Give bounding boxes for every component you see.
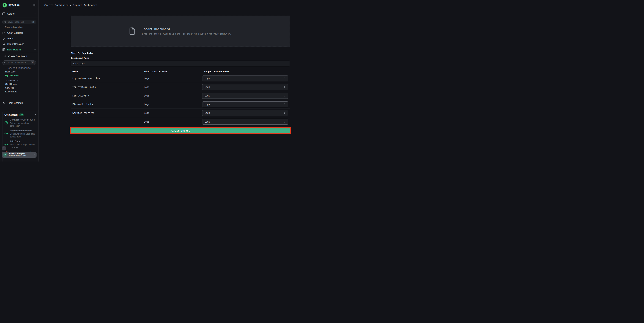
logo[interactable]: HyperDX [0,0,38,10]
column-header-mapped-source: Mapped Source Name [202,70,290,73]
sidebar-item-chart-explorer[interactable]: Chart Explorer [0,30,38,36]
import-dashboard-content: Import Dashboard Drag and drop a JSON fi… [71,16,290,134]
gear-icon [2,102,5,104]
breadcrumb-current: Import Dashboard [73,4,97,7]
get-started-item-connect[interactable]: Connect to ClickHouse Set up your databa… [4,118,36,127]
tile-name: Service restarts [71,112,142,114]
column-header-name: Name [71,70,142,73]
click-target-annotation: Finish Import [70,127,291,134]
sidebar-search-label: Search [7,12,15,15]
select-updown-icon [284,86,286,88]
check-circle-icon [4,121,8,125]
laptop-icon [2,43,5,45]
task-title: Create Data Sources [10,129,36,132]
mapped-source-select[interactable]: Logs [202,93,288,99]
check-circle-icon [4,132,8,135]
select-value: Logs [204,86,284,88]
sidebar-item-client-sessions[interactable]: Client Sessions [0,41,38,47]
chevron-up-icon [34,13,36,15]
input-source-name: Logs [142,86,202,88]
saved-searches-input[interactable]: Saved Searches ⌘K [2,20,36,24]
topbar: Create Dashboard>Import Dashboard [38,0,322,10]
sidebar-item-alerts[interactable]: Alerts [0,36,38,41]
input-source-name: Logs [142,120,202,123]
nav-label: Chart Explorer [7,32,23,34]
column-header-input-source: Input Source Name [142,70,202,73]
user-email: dominic.tran@clickho... [8,155,32,157]
select-updown-icon [284,120,286,123]
mapped-source-select[interactable]: Logs [202,84,288,90]
user-name: dominic.tran@clic... [8,153,32,155]
chevron-down-icon [5,80,7,81]
saved-dashboards-section-header[interactable]: SAVED DASHBOARDS [5,66,36,70]
dashboard-name-input[interactable] [71,61,290,66]
sidebar-item-my-dashboard[interactable]: My Dashboard [0,74,38,78]
search-journal-icon [2,12,5,15]
dashboard-name-label: Dashboard Name [71,57,290,59]
dropzone-title: Import Dashboard [142,28,231,31]
step-title: Step 2: Map Data [71,52,290,55]
table-row: Top systemd units Logs Logs [71,83,290,91]
select-updown-icon [284,103,286,106]
task-title: Connect to ClickHouse [10,118,36,122]
shortcut-badge: ⌘K [31,21,35,23]
chevron-up-icon [34,49,36,51]
input-source-name: Logs [142,94,202,97]
dropzone-subtitle: Drag and drop a JSON file here, or click… [142,33,231,35]
mapping-table: Name Input Source Name Mapped Source Nam… [71,69,290,126]
nav-label: Dashboards [7,48,22,51]
sidebar-section-search[interactable]: Search [0,10,38,18]
hyperdx-logo-icon [2,3,7,8]
mapped-source-select[interactable]: Logs [202,110,288,116]
sidebar-item-dashboards[interactable]: Dashboards [0,47,38,52]
mapped-source-select[interactable]: Logs [202,119,288,125]
chevron-down-icon [5,67,7,69]
file-icon [130,28,135,35]
select-value: Logs [204,103,284,106]
select-value: Logs [204,112,284,114]
tile-name: Log volume over time [71,77,142,80]
mapped-source-select[interactable]: Logs [202,76,288,81]
get-started-header[interactable]: Get Started 3/3 [4,113,36,117]
chevron-up-icon [34,114,36,116]
section-caption: PRESETS [8,79,18,81]
presets-section-header[interactable]: PRESETS [5,79,36,82]
table-row: Log volume over time Logs Logs [71,74,290,83]
user-menu[interactable]: D dominic.tran@clic... dominic.tran@clic… [2,152,36,158]
get-started-item-sources[interactable]: Create Data Sources Configure where your… [4,129,36,138]
import-dropzone[interactable]: Import Dashboard Drag and drop a JSON fi… [71,16,290,47]
saved-searches-placeholder: Saved Searches [8,21,30,23]
sidebar-item-services[interactable]: Services [0,86,38,90]
sidebar-item-clickhouse[interactable]: ClickHouse [0,82,38,86]
shortcut-badge: ⌘K [31,62,35,64]
sidebar-item-team-settings[interactable]: Team Settings [0,100,38,106]
get-started-item-add-data[interactable]: Add Data Start sending logs, metrics, or… [4,140,36,149]
section-caption: SAVED DASHBOARDS [8,67,31,69]
plus-icon [4,55,6,57]
task-subtitle: Configure where your data comes from [10,133,36,138]
app-title: HyperDX [8,4,20,7]
select-updown-icon [284,77,286,80]
select-updown-icon [284,94,286,97]
team-settings-label: Team Settings [7,102,23,104]
task-subtitle: Start sending logs, metrics, or traces [10,143,36,149]
get-started-title: Get Started [4,113,18,116]
sidebar-item-kubernetes[interactable]: Kubernetes [0,90,38,94]
table-row: SSH activity Logs Logs [71,91,290,100]
help-button[interactable]: ? [2,146,6,151]
check-circle-icon [4,143,8,146]
chart-icon [2,32,5,34]
tile-name: SSH activity [71,94,142,97]
saved-dashboards-input[interactable]: Saved Dashboards ⌘K [2,61,36,65]
magnifier-icon [4,21,6,23]
sidebar-collapse-icon[interactable] [33,4,36,7]
mapped-source-select[interactable]: Logs [202,101,288,107]
task-subtitle: Set up your database connection [10,122,36,127]
sidebar-item-host-logs[interactable]: Host Logs [0,70,38,74]
table-row: Logs Logs [71,117,290,126]
select-updown-icon [284,112,286,114]
finish-import-button[interactable]: Finish Import [71,128,290,133]
create-dashboard-button[interactable]: Create Dashboard [0,53,38,60]
breadcrumb-parent[interactable]: Create Dashboard [44,4,68,7]
chevron-right-icon [33,154,35,156]
